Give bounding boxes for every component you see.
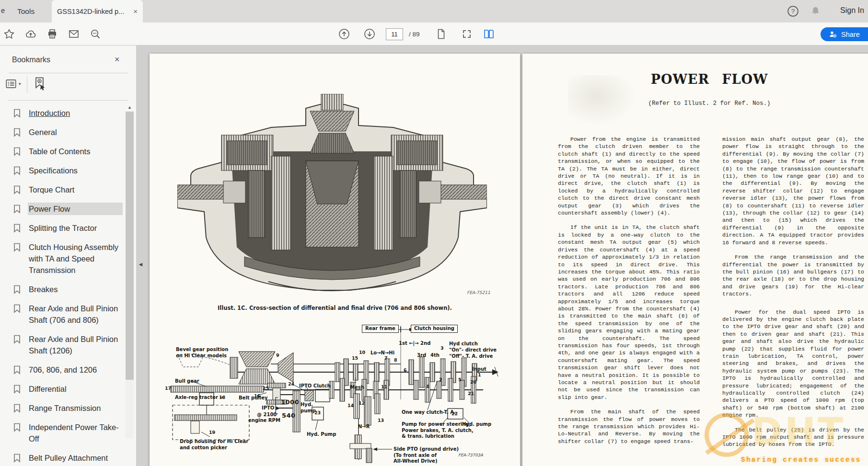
diagram-label: 3rd (417, 352, 426, 359)
bookmark-item[interactable]: Splitting the Tractor (0, 218, 123, 238)
bookmark-item[interactable]: Range Transmission (0, 398, 123, 418)
differential-cross-section-illustration (177, 94, 487, 299)
diagram-label: One way clutch-T. A. (402, 409, 456, 416)
paragraph: If the unit is in TA, the clutch shaft i… (558, 224, 700, 401)
collapse-panel-button[interactable]: ◄ (137, 257, 144, 272)
watermark-logo-icon (705, 413, 749, 457)
print-icon[interactable] (46, 28, 58, 40)
diagram-ref-number: 9 (276, 352, 279, 358)
bookmark-label: Table of Contents (28, 145, 123, 158)
bookmark-item[interactable]: Power Flow (0, 199, 123, 218)
bookmark-item[interactable]: Breakes (0, 280, 123, 299)
bookmark-ribbon-icon (13, 243, 21, 252)
diagram-ref-number: 23 (314, 410, 321, 416)
bookmark-item[interactable]: Clutch Housing Assembly with TA and Spee… (0, 238, 123, 280)
text-column-1: Power from the engine is transmitted fro… (558, 136, 700, 452)
bookmark-label: Clutch Housing Assembly with TA and Spee… (28, 241, 123, 276)
add-person-icon (828, 30, 837, 39)
bookmark-item[interactable]: General (0, 123, 123, 142)
diagram-label: Lo→N→Hi (370, 350, 394, 356)
paragraph: Power from the engine is transmitted fro… (558, 136, 700, 216)
bookmark-item[interactable]: Differential (0, 379, 123, 398)
page-up-icon[interactable] (338, 28, 350, 40)
two-page-view-icon[interactable] (483, 28, 495, 40)
bookmark-item[interactable]: Belt Pulley Attachment (0, 448, 123, 466)
diagram-ref-number: 14 (347, 403, 354, 409)
page-right: POWER FLOW (Refer to Illust. 2 for Ref. … (522, 54, 868, 466)
bookmark-label: Introduction (28, 107, 123, 119)
bookmark-item[interactable]: Rear Axle and Bull Pinion Shaft (706 and… (0, 299, 123, 330)
tab-partial[interactable]: e (1, 6, 5, 14)
page-total-label: / 89 (409, 31, 420, 38)
bookmarks-panel: Bookmarks × ▾ Introduction General Table… (0, 45, 137, 466)
bookmark-item[interactable]: 706, 806, and 1206 (0, 360, 123, 379)
page-number-input[interactable] (386, 28, 403, 40)
scrollbar-thumb[interactable] (126, 112, 134, 380)
toolbar-center-group: / 89 (338, 23, 495, 45)
sidebar-scrollbar[interactable]: ▲ (126, 103, 134, 439)
diagram-ref-number: 3 (440, 345, 444, 351)
bookmark-label: Range Transmission (28, 402, 123, 414)
diagram-label: Hyd. Pump (307, 432, 336, 438)
email-icon[interactable] (68, 28, 80, 40)
bookmark-item[interactable]: Torque Chart (0, 180, 123, 199)
new-bookmark-icon[interactable] (33, 76, 47, 93)
share-button[interactable]: Share (821, 27, 868, 41)
bookmark-label: 706, 806, and 1206 (28, 364, 123, 376)
diagram-label: Side PTO (ground drive) (To front axle o… (393, 446, 459, 465)
diagram-ref-number: 2 (439, 377, 442, 383)
help-icon[interactable]: ? (787, 5, 799, 17)
diagram-ref-number: 8 (394, 357, 397, 363)
diagram-label: FEA-73703A (458, 453, 483, 457)
diagram-ref-number: 20 (470, 379, 476, 385)
diagram-ref-number: 1 (478, 372, 481, 378)
diagram-ref-number: 24 (288, 381, 294, 387)
tab-tools[interactable]: Tools (11, 0, 41, 23)
sign-in-link[interactable]: Sign In (840, 6, 864, 15)
page-down-icon[interactable] (364, 28, 375, 40)
single-page-icon[interactable] (435, 28, 447, 40)
paragraph: From the range transmission and the diff… (722, 253, 864, 297)
bookmark-ribbon-icon (13, 304, 21, 313)
diagram-label: Mesh (350, 385, 364, 391)
bookmark-label: Rear Axle and Bull Pinion Shaft (706 and… (28, 302, 123, 326)
bookmark-item[interactable]: Table of Contents (0, 142, 123, 161)
bookmark-ribbon-icon (13, 335, 21, 344)
document-area[interactable]: FEA-75211 Illust. 1C. Cross-section of d… (137, 45, 868, 466)
bookmark-item[interactable]: Specifications (0, 161, 123, 180)
bookmark-ribbon-icon (13, 166, 21, 175)
search-icon[interactable] (90, 28, 101, 40)
bookmark-label: Torque Chart (28, 183, 123, 196)
diagram-ref-number: 21 (468, 391, 474, 397)
tab-document[interactable]: GSS1342D-linked p... × (52, 0, 143, 23)
bookmark-ribbon-icon (13, 423, 21, 432)
diagram-ref-number: 13 (378, 418, 384, 423)
diagram-label: IPTO Clutch (299, 383, 331, 389)
bookmark-item[interactable]: Introduction (0, 103, 123, 123)
toolbar-left-group (3, 23, 101, 45)
bookmark-item[interactable]: Independent Power Take-Off (0, 418, 123, 448)
scroll-up-icon[interactable]: ▲ (126, 103, 134, 111)
bookmark-item[interactable]: Rear Axle and Bull Pinion Shaft (1206) (0, 330, 123, 360)
page-title: POWER FLOW (522, 72, 868, 87)
diagram-label: Hyd clutch (449, 341, 478, 347)
diagram-ref-number: 22 (451, 411, 458, 417)
close-tab-icon[interactable]: × (133, 7, 138, 15)
close-bookmarks-icon[interactable]: × (115, 55, 120, 65)
bookmark-label: Independent Power Take-Off (28, 421, 123, 445)
bookmark-label: Splitting the Tractor (28, 222, 123, 234)
watermark-letters: DHT (752, 410, 845, 453)
bell-icon[interactable] (810, 5, 822, 17)
diagram-label: Bevel gear position on Hi Clear models (176, 347, 228, 359)
diagram-ref-number: 11 (381, 384, 387, 390)
bookmark-options-icon[interactable]: ▾ (5, 78, 21, 90)
diagram-ref-number: 5 (458, 377, 462, 383)
bookmark-ribbon-icon (13, 285, 21, 294)
bookmarks-panel-title: Bookmarks (12, 56, 50, 64)
cloud-upload-icon[interactable] (25, 28, 36, 40)
tab-document-title: GSS1342D-linked p... (57, 8, 130, 15)
star-icon[interactable] (3, 28, 15, 40)
organize-pages-icon[interactable] (461, 28, 473, 40)
diagram-label: 4th (430, 352, 440, 359)
text-column-2: mission main shaft output gear (8), the … (722, 136, 864, 455)
